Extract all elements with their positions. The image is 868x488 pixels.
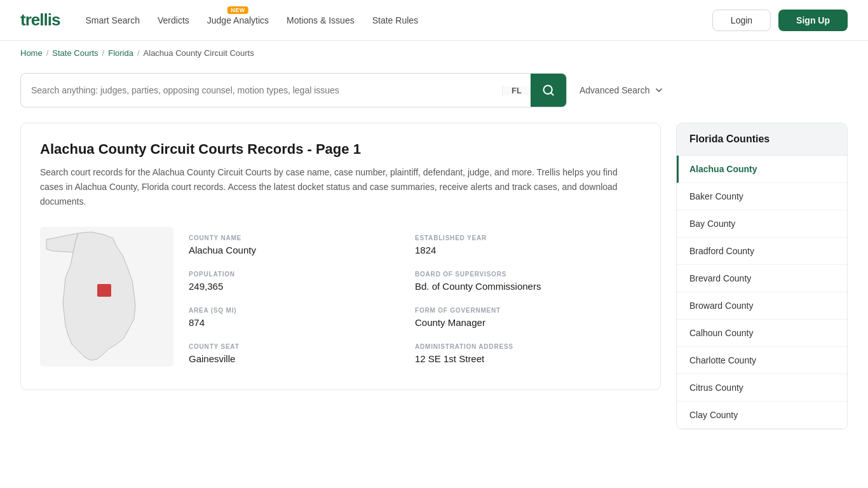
population-value: 249,365 bbox=[189, 281, 405, 292]
sidebar-item[interactable]: Bay County bbox=[677, 210, 847, 238]
login-button[interactable]: Login bbox=[712, 10, 771, 31]
sidebar-header: Florida Counties bbox=[677, 123, 847, 156]
sidebar-item[interactable]: Brevard County bbox=[677, 265, 847, 292]
navbar-right: Login Sign Up bbox=[712, 10, 848, 31]
address-block: ADMINISTRATION ADDRESS 12 SE 1st Street bbox=[415, 336, 641, 372]
sidebar-item[interactable]: Bradford County bbox=[677, 238, 847, 265]
sidebar-item[interactable]: Calhoun County bbox=[677, 320, 847, 347]
breadcrumb-sep: / bbox=[137, 48, 140, 58]
content-card: Alachua County Circuit Courts Records - … bbox=[20, 123, 661, 390]
nav-link-judge-analytics[interactable]: Judge AnalyticsNEW bbox=[207, 15, 269, 25]
area-label: AREA (SQ MI) bbox=[189, 307, 405, 314]
county-info: COUNTY NAME Alachua County ESTABLISHED Y… bbox=[40, 227, 641, 372]
sidebar-item[interactable]: Charlotte County bbox=[677, 347, 847, 374]
breadcrumb-current: Alachua County Circuit Courts bbox=[144, 48, 254, 58]
board-value: Bd. of County Commissioners bbox=[415, 281, 631, 292]
navbar-left: trellis Smart SearchVerdictsJudge Analyt… bbox=[20, 10, 418, 30]
address-value: 12 SE 1st Street bbox=[415, 353, 631, 364]
search-icon bbox=[542, 84, 555, 97]
search-wrapper: FL bbox=[20, 73, 567, 107]
nav-link-verdicts[interactable]: Verdicts bbox=[158, 15, 189, 25]
county-details: COUNTY NAME Alachua County ESTABLISHED Y… bbox=[189, 227, 641, 372]
svg-marker-3 bbox=[46, 233, 78, 252]
navbar: trellis Smart SearchVerdictsJudge Analyt… bbox=[0, 0, 868, 41]
state-badge: FL bbox=[502, 86, 531, 95]
breadcrumb-item[interactable]: Florida bbox=[108, 48, 133, 58]
seat-label: COUNTY SEAT bbox=[189, 343, 405, 350]
advanced-search-label: Advanced Search bbox=[580, 85, 650, 95]
gov-label: FORM OF GOVERNMENT bbox=[415, 307, 631, 314]
county-name-label: COUNTY NAME bbox=[189, 234, 405, 241]
nav-link-smart-search[interactable]: Smart Search bbox=[85, 15, 140, 25]
search-input[interactable] bbox=[21, 76, 502, 104]
seat-value: Gainesville bbox=[189, 353, 405, 364]
nav-links: Smart SearchVerdictsJudge AnalyticsNEWMo… bbox=[85, 15, 418, 25]
established-block: ESTABLISHED YEAR 1824 bbox=[415, 227, 641, 263]
population-label: POPULATION bbox=[189, 271, 405, 278]
svg-rect-4 bbox=[97, 284, 111, 297]
gov-block: FORM OF GOVERNMENT County Manager bbox=[415, 299, 641, 336]
search-section: FL Advanced Search bbox=[0, 65, 868, 123]
page-title: Alachua County Circuit Courts Records - … bbox=[40, 141, 641, 158]
svg-line-1 bbox=[551, 93, 553, 95]
board-label: BOARD OF SUPERVISORS bbox=[415, 271, 631, 278]
established-value: 1824 bbox=[415, 245, 631, 255]
board-block: BOARD OF SUPERVISORS Bd. of County Commi… bbox=[415, 263, 641, 299]
county-name-value: Alachua County bbox=[189, 245, 405, 255]
advanced-search[interactable]: Advanced Search bbox=[580, 85, 664, 95]
area-block: AREA (SQ MI) 874 bbox=[189, 299, 415, 336]
established-label: ESTABLISHED YEAR bbox=[415, 234, 631, 241]
population-block: POPULATION 249,365 bbox=[189, 263, 415, 299]
sidebar-item[interactable]: Clay County bbox=[677, 402, 847, 429]
sidebar-item[interactable]: Alachua County bbox=[677, 156, 847, 183]
gov-value: County Manager bbox=[415, 317, 631, 328]
sidebar-item[interactable]: Baker County bbox=[677, 183, 847, 210]
search-button[interactable] bbox=[531, 74, 566, 107]
address-label: ADMINISTRATION ADDRESS bbox=[415, 343, 631, 350]
breadcrumb-item[interactable]: Home bbox=[20, 48, 43, 58]
nav-link-motions-issues[interactable]: Motions & Issues bbox=[287, 15, 355, 25]
seat-block: COUNTY SEAT Gainesville bbox=[189, 336, 415, 372]
sidebar-items-container: Alachua CountyBaker CountyBay CountyBrad… bbox=[677, 156, 847, 429]
breadcrumb: Home/State Courts/Florida/Alachua County… bbox=[0, 41, 868, 65]
florida-map-svg bbox=[40, 227, 173, 367]
county-map bbox=[40, 227, 173, 372]
sidebar-item[interactable]: Citrus County bbox=[677, 374, 847, 402]
county-map-image bbox=[40, 227, 173, 367]
county-name-block: COUNTY NAME Alachua County bbox=[189, 227, 415, 263]
signup-button[interactable]: Sign Up bbox=[778, 10, 848, 31]
logo[interactable]: trellis bbox=[20, 10, 60, 30]
breadcrumb-sep: / bbox=[46, 48, 49, 58]
breadcrumb-sep: / bbox=[102, 48, 105, 58]
chevron-down-icon bbox=[654, 85, 664, 95]
breadcrumb-item[interactable]: State Courts bbox=[52, 48, 98, 58]
sidebar-item[interactable]: Broward County bbox=[677, 292, 847, 320]
sidebar: Florida Counties Alachua CountyBaker Cou… bbox=[676, 123, 848, 430]
nav-link-state-rules[interactable]: State Rules bbox=[372, 15, 418, 25]
area-value: 874 bbox=[189, 317, 405, 328]
page-description: Search court records for the Alachua Cou… bbox=[40, 165, 641, 209]
main-layout: Alachua County Circuit Courts Records - … bbox=[0, 123, 868, 430]
